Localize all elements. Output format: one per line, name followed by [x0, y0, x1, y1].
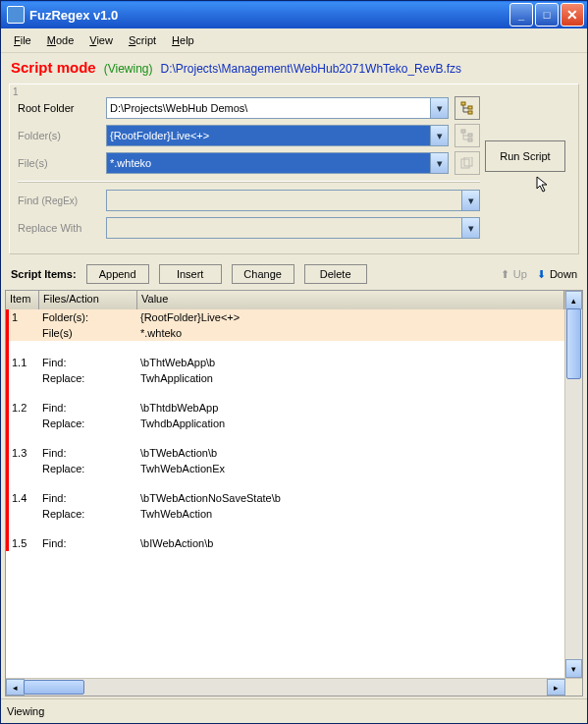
table-row[interactable]: 1Folder(s):{RootFolder}Live<+>	[6, 309, 564, 325]
replace-combo[interactable]: ▾	[106, 217, 480, 239]
files-combo[interactable]: ▾	[106, 152, 449, 174]
chevron-down-icon[interactable]: ▾	[430, 153, 448, 173]
cell-item	[9, 463, 42, 474]
cell-action: Find:	[42, 357, 140, 368]
files-label: File(s)	[18, 157, 106, 169]
root-folder-label: Root Folder	[18, 102, 74, 114]
mode-bar: Script mode (Viewing) D:\Projects\Manage…	[1, 53, 587, 80]
cell-item: 1.5	[9, 537, 42, 549]
cell-value: \bThtWebApp\b	[140, 357, 564, 368]
browse-root-button[interactable]	[454, 96, 480, 120]
status-text: Viewing	[7, 705, 44, 717]
cell-action: Find:	[42, 402, 140, 414]
change-button[interactable]: Change	[232, 264, 294, 284]
scroll-left-icon[interactable]: ◂	[6, 679, 25, 696]
step-number: 1	[13, 86, 19, 97]
root-folder-input[interactable]	[107, 98, 430, 118]
run-script-button[interactable]: Run Script	[485, 140, 565, 172]
cell-item	[9, 372, 42, 384]
chevron-down-icon[interactable]: ▾	[461, 218, 479, 238]
svg-rect-0	[461, 102, 465, 105]
status-bar: Viewing	[1, 698, 587, 723]
scroll-thumb[interactable]	[566, 308, 581, 379]
window-title: FuzRegex v1.0	[29, 8, 508, 23]
files-input[interactable]	[107, 153, 430, 173]
move-down-button[interactable]: ⬇Down	[537, 268, 577, 281]
chevron-down-icon[interactable]: ▾	[430, 98, 448, 118]
col-item[interactable]: Item	[6, 291, 39, 309]
script-items-label: Script Items:	[11, 268, 77, 280]
cell-action: Replace:	[42, 418, 140, 429]
maximize-button[interactable]: □	[535, 3, 559, 27]
find-input[interactable]	[107, 191, 461, 210]
menu-script[interactable]: Script	[122, 33, 163, 47]
svg-rect-2	[468, 111, 472, 114]
replace-input[interactable]	[107, 218, 461, 238]
scroll-up-icon[interactable]: ▴	[565, 291, 582, 309]
scroll-thumb[interactable]	[24, 680, 84, 695]
arrow-down-icon: ⬇	[537, 268, 546, 281]
menu-file[interactable]: File	[7, 33, 38, 47]
table-row[interactable]: Replace:TwhdbApplication	[6, 416, 564, 431]
svg-rect-3	[461, 130, 465, 133]
script-items-grid: Item Files/Action Value 1Folder(s):{Root…	[5, 290, 583, 696]
table-row[interactable]: 1.2Find:\bThtdbWebApp	[6, 400, 564, 416]
find-label: Find	[18, 195, 38, 206]
horizontal-scrollbar[interactable]: ◂ ▸	[6, 679, 565, 696]
tree-icon	[460, 129, 474, 142]
append-button[interactable]: Append	[86, 264, 149, 284]
cell-item: 1	[9, 311, 42, 323]
delete-button[interactable]: Delete	[304, 264, 367, 284]
insert-button[interactable]: Insert	[159, 264, 222, 284]
cell-action: Replace:	[42, 372, 140, 384]
grid-header: Item Files/Action Value	[6, 291, 564, 310]
arrow-up-icon: ⬆	[501, 268, 509, 281]
files-icon	[460, 157, 474, 169]
cell-item	[9, 418, 42, 429]
scroll-right-icon[interactable]: ▸	[547, 679, 565, 696]
cell-item	[9, 327, 42, 339]
folders-input[interactable]	[107, 126, 430, 145]
table-row[interactable]: 1.5Find:\bIWebAction\b	[6, 535, 564, 551]
col-action[interactable]: Files/Action	[39, 291, 137, 309]
table-row[interactable]: 1.3Find:\bTWebAction\b	[6, 445, 564, 461]
menu-view[interactable]: View	[82, 33, 120, 47]
titlebar[interactable]: FuzRegex v1.0 _ □ ✕	[1, 1, 587, 28]
menu-mode[interactable]: Mode	[40, 33, 81, 47]
cell-action: Find:	[42, 447, 140, 459]
svg-rect-7	[464, 157, 472, 166]
table-row[interactable]: 1.1Find:\bThtWebApp\b	[6, 355, 564, 370]
minimize-button[interactable]: _	[509, 3, 533, 27]
cell-value: \bTWebActionNoSaveState\b	[140, 492, 564, 504]
move-up-button: ⬆Up	[501, 268, 527, 281]
table-row[interactable]: File(s)*.whteko	[6, 325, 564, 341]
menu-help[interactable]: Help	[165, 33, 201, 47]
mode-state: (Viewing)	[104, 62, 153, 76]
script-params-panel: 1Root Folder ▾ Folder(s) ▾	[9, 84, 579, 254]
script-items-toolbar: Script Items: Append Insert Change Delet…	[1, 258, 587, 290]
find-combo[interactable]: ▾	[106, 190, 480, 211]
cell-value: TwhdbApplication	[140, 418, 564, 429]
folders-combo[interactable]: ▾	[106, 125, 449, 146]
browse-folders-button	[454, 124, 480, 147]
table-row[interactable]: Replace:TwhWebAction	[6, 506, 564, 522]
root-folder-combo[interactable]: ▾	[106, 97, 449, 119]
cell-action: Folder(s):	[42, 311, 140, 323]
svg-rect-6	[461, 159, 469, 168]
files-browse-button	[454, 151, 480, 175]
scroll-down-icon[interactable]: ▾	[565, 659, 582, 678]
mode-label: Script mode	[11, 59, 96, 76]
cell-action: Find:	[42, 537, 140, 549]
cell-value: \bTWebAction\b	[140, 447, 564, 459]
folders-label: Folder(s)	[18, 130, 106, 141]
table-row[interactable]: Replace:TwhWebActionEx	[6, 461, 564, 476]
col-value[interactable]: Value	[137, 291, 564, 309]
chevron-down-icon[interactable]: ▾	[430, 126, 448, 145]
app-icon	[7, 6, 25, 24]
chevron-down-icon[interactable]: ▾	[461, 191, 479, 210]
table-row[interactable]: 1.4Find:\bTWebActionNoSaveState\b	[6, 490, 564, 506]
close-button[interactable]: ✕	[561, 3, 584, 27]
table-row[interactable]: Replace:TwhApplication	[6, 370, 564, 386]
cell-action: File(s)	[42, 327, 140, 339]
vertical-scrollbar[interactable]: ▴ ▾	[564, 291, 582, 678]
